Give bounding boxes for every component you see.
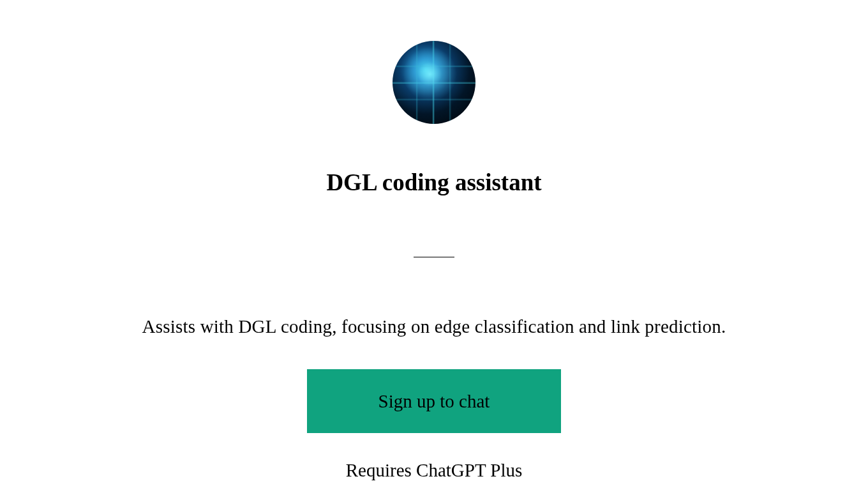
requires-text: Requires ChatGPT Plus — [346, 460, 523, 481]
page-title: DGL coding assistant — [326, 169, 541, 196]
divider — [414, 257, 454, 257]
signup-button[interactable]: Sign up to chat — [307, 369, 561, 433]
assistant-description: Assists with DGL coding, focusing on edg… — [142, 316, 726, 337]
assistant-avatar — [393, 41, 475, 124]
